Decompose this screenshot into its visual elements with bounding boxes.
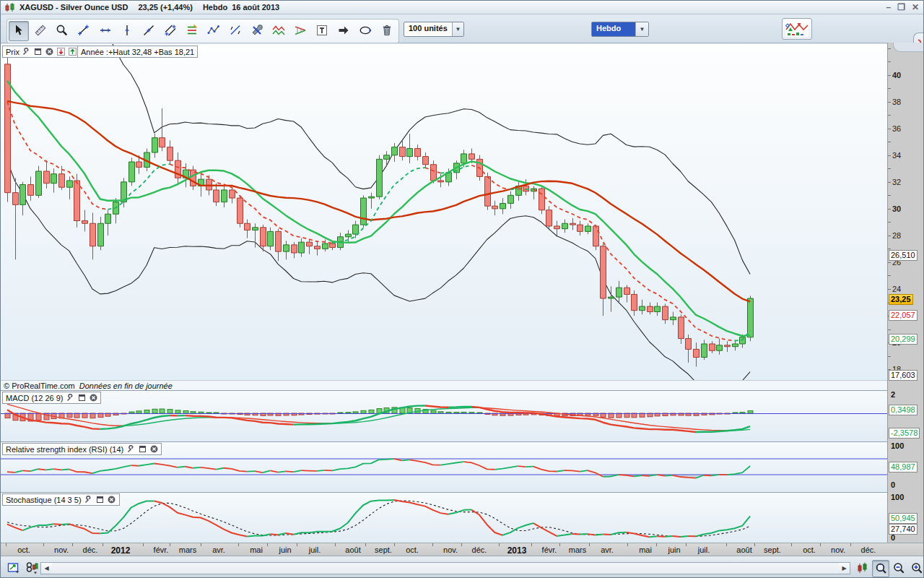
zoom-icon <box>56 24 69 38</box>
scrollbar-track[interactable] <box>52 563 839 574</box>
price-axis-label: 34 <box>892 151 901 160</box>
time-axis-label: mars <box>179 545 196 554</box>
time-axis-tick <box>335 543 336 546</box>
price-axis-tick <box>888 61 891 62</box>
time-axis-tick <box>365 543 366 546</box>
tool-select-button[interactable] <box>9 21 29 41</box>
zigzag-icon <box>207 24 220 38</box>
price-axis-tick <box>888 329 891 330</box>
drawing-toolbar: 100 unités ▼ Hebdo ▼ <box>1 14 923 43</box>
close-indicator-icon[interactable] <box>89 394 97 402</box>
tool-zoom-button[interactable] <box>52 21 72 41</box>
minimize-button[interactable]: – <box>886 1 891 13</box>
time-axis-tick <box>103 543 103 546</box>
time-axis-label: juin <box>279 545 291 554</box>
time-axis-tick <box>72 543 73 546</box>
tool-trash-button[interactable] <box>377 21 397 41</box>
time-axis-label: nov. <box>54 545 69 554</box>
link-instruments-icon <box>25 561 38 576</box>
close-indicator-icon[interactable] <box>45 48 54 56</box>
timeframe-select-value: Hebdo <box>592 22 635 36</box>
wrench-icon[interactable] <box>22 48 31 56</box>
price-value-label: 26,510 <box>889 250 918 261</box>
time-axis-tick <box>820 543 821 546</box>
close-button[interactable]: ✕ <box>912 1 919 13</box>
zoom-in-button[interactable] <box>908 560 924 577</box>
units-select-value: 100 unités <box>404 22 452 36</box>
close-indicator-icon[interactable] <box>108 496 116 504</box>
drawing-tools-group <box>6 19 399 43</box>
restore-button[interactable]: ❐ <box>897 1 905 13</box>
duplicate-window-icon[interactable] <box>34 48 43 56</box>
time-axis-label: août <box>736 545 751 554</box>
close-indicator-icon[interactable] <box>149 445 158 454</box>
time-axis-label: 2012 <box>111 545 131 556</box>
price-axis-tick <box>888 75 891 76</box>
tool-wave-pattern-button[interactable] <box>269 21 289 41</box>
tool-settings-tools-button[interactable] <box>247 21 267 41</box>
duplicate-window-icon[interactable] <box>96 496 105 504</box>
time-axis[interactable]: oct.nov.déc.2012févr.marsavr.maijuinjuil… <box>1 543 924 556</box>
tool-arrow-button[interactable] <box>334 21 354 41</box>
macd-panel-canvas[interactable] <box>1 390 887 442</box>
chevron-down-icon[interactable]: ▼ <box>452 22 463 36</box>
horizontal-scrollbar[interactable]: ◀ ▶ <box>40 562 850 574</box>
title-bar[interactable]: XAGUSD - Silver Ounce USD 23,25 (+1,44%)… <box>1 1 923 14</box>
wrench-icon[interactable] <box>126 445 135 454</box>
wrench-icon[interactable] <box>84 496 93 504</box>
price-axis-tick <box>888 356 891 357</box>
price-axis-tick <box>888 115 891 116</box>
price-indicator-bar: Prix <box>2 46 81 58</box>
tool-segment-button[interactable] <box>74 21 94 41</box>
stochastic-panel-canvas[interactable] <box>1 492 887 543</box>
time-axis-tick <box>6 543 6 546</box>
tool-text-button[interactable] <box>312 21 332 41</box>
tool-ruler-button[interactable] <box>30 21 51 41</box>
sell-arrow-icon[interactable] <box>57 48 66 56</box>
tool-vertical-line-button[interactable] <box>117 21 137 41</box>
time-axis-label: oct. <box>17 545 30 554</box>
duplicate-window-icon[interactable] <box>138 445 147 454</box>
time-axis-label: oct. <box>406 545 419 554</box>
export-chart-button[interactable] <box>5 560 22 577</box>
candlestick-style-button[interactable] <box>854 560 871 577</box>
tool-crossed-line-button[interactable] <box>225 21 245 41</box>
time-axis-label: nov. <box>831 545 845 554</box>
time-axis-tick <box>850 543 851 546</box>
time-axis-label: 2013 <box>507 545 527 556</box>
tool-levels-button[interactable] <box>182 21 202 41</box>
duplicate-window-icon[interactable] <box>77 394 86 402</box>
time-axis-label: déc. <box>472 545 487 554</box>
ruler-icon <box>34 24 47 38</box>
time-axis-label: déc. <box>83 545 98 554</box>
select-icon <box>12 24 25 38</box>
horizontal-line-icon <box>99 24 112 38</box>
scroll-right-icon[interactable]: ▶ <box>839 563 850 574</box>
price-chart-canvas[interactable] <box>1 44 887 380</box>
tool-oblique-line-button[interactable] <box>139 21 159 41</box>
price-axis-label: 38 <box>892 98 901 106</box>
stochastic-label: Stochastique (14 3 5) <box>6 496 82 504</box>
candlestick-style-icon <box>856 561 869 576</box>
chevron-down-icon[interactable]: ▼ <box>635 22 648 36</box>
tool-parallel-lines-button[interactable] <box>160 21 180 41</box>
units-select[interactable]: 100 unités ▼ <box>404 22 464 37</box>
buy-arrow-icon[interactable] <box>69 48 77 56</box>
tool-triangle-pattern-button[interactable] <box>290 21 310 41</box>
tool-horizontal-line-button[interactable] <box>95 21 116 41</box>
title-date: 16 août 2013 <box>232 3 279 12</box>
tool-zigzag-button[interactable] <box>204 21 224 41</box>
bottom-toolbar: ◀ ▶ <box>1 556 924 578</box>
time-axis-tick <box>559 543 560 546</box>
time-axis-label: juil. <box>309 545 321 554</box>
price-value-label: 20,299 <box>889 334 918 345</box>
zoom-out-button[interactable] <box>890 560 907 577</box>
timeframe-select[interactable]: Hebdo ▼ <box>591 22 649 37</box>
scroll-left-icon[interactable]: ◀ <box>41 563 52 574</box>
zoom-fit-button[interactable] <box>872 560 889 577</box>
chart-style-button[interactable] <box>782 18 812 40</box>
wrench-icon[interactable] <box>66 394 74 402</box>
tool-ellipse-button[interactable] <box>355 21 375 41</box>
link-instruments-button[interactable] <box>23 560 40 577</box>
title-last-price: 23,25 (+1,44%) <box>138 3 193 12</box>
